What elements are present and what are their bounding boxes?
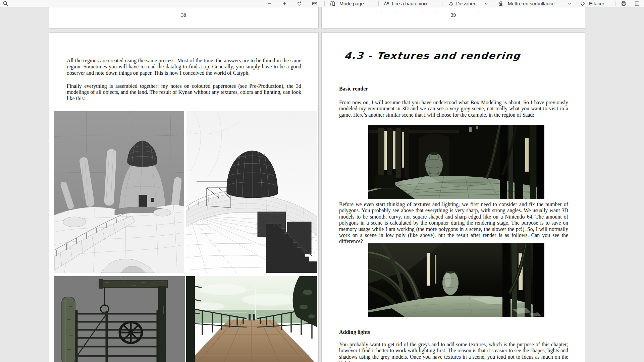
page-39-footer: 39 (321, 7, 585, 28)
pdf-viewer-window: Mode page Lire à haute voix Dessiner Met… (0, 0, 644, 362)
section-heading-basic-render: Basic render (339, 86, 368, 92)
text-remnant (478, 11, 479, 11)
body-paragraph: Before we even start thinking of texture… (339, 201, 568, 245)
toolbar-separator (324, 1, 325, 6)
highlight-button[interactable]: Mettre en surbrillance (508, 1, 554, 6)
body-paragraph: All the regions are created using the sa… (67, 58, 301, 76)
body-paragraph: Finally everything is assembled together… (67, 83, 301, 102)
chapter-heading: 4.3 - Textures and rendering (344, 50, 521, 61)
zoom-out-icon[interactable] (266, 1, 272, 7)
body-paragraph: You probably want to get rid of the grey… (339, 342, 568, 362)
saad-lowpoly-render-image (368, 125, 544, 199)
page-number-39: 39 (322, 12, 585, 18)
read-aloud-icon[interactable] (383, 1, 389, 7)
page-mode-icon[interactable] (329, 1, 335, 7)
toolbar-separator (378, 1, 379, 6)
footer-rule (339, 10, 568, 10)
rotate-icon[interactable] (297, 1, 303, 7)
page-number-38: 38 (49, 12, 318, 18)
erase-button[interactable]: Effacer (589, 1, 604, 6)
zoom-in-icon[interactable] (281, 1, 287, 7)
text-remnant (381, 11, 382, 11)
pen-icon[interactable] (448, 1, 454, 7)
document-page-left: All the regions are created using the sa… (49, 33, 319, 362)
save-icon[interactable] (634, 1, 640, 7)
body-paragraph: From now on, I will assume that you have… (339, 100, 568, 118)
highlighter-icon[interactable] (498, 1, 504, 7)
wireframe-dome-tube-render-image (186, 111, 317, 273)
document-page-right: 4.3 - Textures and rendering Basic rende… (321, 33, 585, 362)
pdf-toolbar: Mode page Lire à haute voix Dessiner Met… (0, 0, 644, 7)
chevron-down-icon[interactable] (568, 2, 572, 6)
wireframe-village-render-image (54, 111, 184, 273)
toolbar-separator (442, 1, 442, 6)
teal-bridge-render-image (186, 276, 317, 362)
fit-width-icon[interactable] (312, 1, 318, 7)
search-icon[interactable] (2, 1, 8, 7)
text-remnant (395, 11, 396, 11)
section-heading-adding-lights: Adding lights (339, 329, 370, 335)
page-38-footer: 38 (49, 7, 319, 28)
print-icon[interactable] (621, 1, 627, 7)
toolbar-separator (615, 1, 615, 6)
draw-button[interactable]: Dessiner (456, 1, 475, 6)
footer-rule (67, 10, 301, 10)
text-remnant (422, 11, 423, 11)
read-aloud-button[interactable]: Lire à haute voix (392, 1, 427, 6)
gate-valve-render-image (54, 276, 185, 362)
eraser-icon[interactable] (580, 1, 586, 7)
saad-smooth-render-image (368, 243, 544, 317)
chevron-down-icon[interactable] (484, 2, 488, 6)
text-remnant (436, 11, 437, 11)
mode-page-button[interactable]: Mode page (339, 1, 364, 6)
